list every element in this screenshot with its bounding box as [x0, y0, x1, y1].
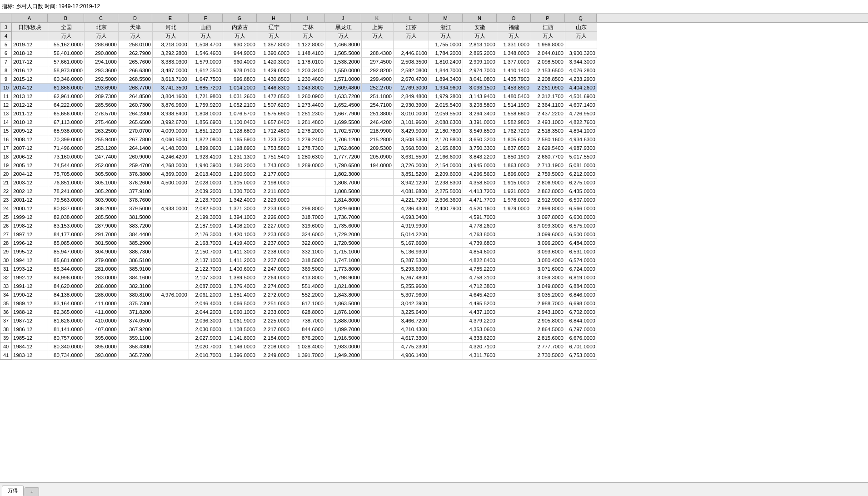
cell-27-col16[interactable]: 6,500.0000 [565, 230, 597, 239]
cell-17-col13[interactable]: 3,750.3300 [463, 144, 497, 153]
cell-5-col13[interactable]: 2,813.1000 [463, 40, 497, 49]
cell-32-col15[interactable]: 3,059.3000 [531, 273, 565, 282]
table-row[interactable]: 132011-1265,656.0000278.5700264.23003,93… [0, 109, 597, 118]
cell-38-col1[interactable]: 81,141.0000 [48, 325, 85, 334]
cell-18-col4[interactable]: 4,246.4200 [153, 153, 189, 161]
cell-13-col6[interactable]: 1,076.5700 [223, 109, 257, 118]
cell-40-col5[interactable]: 2,020.7000 [189, 342, 223, 351]
cell-14-col4[interactable]: 3,992.6700 [153, 118, 189, 127]
table-row[interactable]: 411983-1280,734.0000393.0000365.72002,01… [0, 351, 597, 360]
cell-7-col0[interactable]: 2017-12 [12, 58, 48, 66]
cell-18-col0[interactable]: 2006-12 [12, 153, 48, 161]
cell-17-col6[interactable]: 1,198.8900 [223, 144, 257, 153]
cell-20-col8[interactable] [291, 170, 325, 179]
cell-24-col16[interactable]: 6,566.0000 [565, 204, 597, 213]
cell-41-col11[interactable]: 4,906.1400 [394, 351, 429, 360]
cell-5-col3[interactable]: 258.0100 [119, 40, 153, 49]
cell-25-col15[interactable]: 3,097.8000 [531, 213, 565, 222]
cell-21-col11[interactable]: 3,942.1200 [394, 179, 429, 187]
cell-29-col5[interactable]: 2,150.7000 [189, 248, 223, 256]
cell-40-col9[interactable]: 1,933.0000 [325, 342, 362, 351]
cell-23-col10[interactable] [362, 196, 394, 204]
col-letter-N[interactable]: N [463, 14, 497, 22]
cell-6-col8[interactable]: 1,148.4100 [291, 49, 325, 58]
cell-24-col14[interactable]: 1,979.0000 [497, 204, 531, 213]
cell-15-col13[interactable]: 3,549.8500 [463, 127, 497, 135]
cell-38-col14[interactable] [497, 325, 531, 334]
cell-27-col8[interactable]: 324.6000 [291, 230, 325, 239]
col-letter-K[interactable]: K [361, 14, 393, 22]
cell-35-col10[interactable] [362, 299, 394, 308]
cell-21-col6[interactable]: 1,315.0000 [223, 179, 257, 187]
cell-12-col8[interactable]: 1,273.4400 [291, 101, 325, 109]
cell-32-col10[interactable] [362, 273, 394, 282]
cell-10-col5[interactable]: 1,685.7200 [189, 84, 223, 92]
cell-5-col15[interactable]: 1,986.8000 [531, 40, 565, 49]
cell-41-col4[interactable] [153, 351, 189, 360]
table-row[interactable]: 92015-1260,346.0000292.5000268.55003,613… [0, 75, 597, 84]
table-row[interactable]: 291995-1285,947.0000304.9000386.73002,15… [0, 248, 597, 256]
cell-11-col6[interactable]: 1,031.2600 [223, 92, 257, 101]
cell-25-col7[interactable]: 2,226.0000 [257, 213, 291, 222]
cell-29-col0[interactable]: 1995-12 [12, 248, 48, 256]
cell-39-col8[interactable]: 876.2000 [291, 334, 325, 342]
cell-36-col11[interactable]: 3,225.6400 [394, 308, 429, 317]
cell-19-col10[interactable]: 194.0000 [362, 161, 394, 170]
cell-15-col12[interactable]: 2,180.7800 [429, 127, 463, 135]
cell-32-col14[interactable] [497, 273, 531, 282]
cell-31-col2[interactable]: 281.0000 [85, 265, 119, 273]
cell-6-col11[interactable]: 2,446.6100 [394, 49, 429, 58]
cell-28-col0[interactable]: 1996-12 [12, 239, 48, 248]
cell-12-col5[interactable]: 1,759.9200 [189, 101, 223, 109]
cell-8-col9[interactable]: 1,550.0000 [325, 66, 362, 75]
cell-14-col14[interactable]: 1,582.9800 [497, 118, 531, 127]
table-row[interactable]: 162008-1270,399.0000255.9400267.78004,06… [0, 135, 597, 144]
table-row[interactable]: 371987-1281,626.0000410.0000374.05002,03… [0, 317, 597, 325]
cell-8-col11[interactable]: 2,582.0800 [394, 66, 429, 75]
cell-29-col16[interactable]: 6,531.0000 [565, 248, 597, 256]
col-letter-P[interactable]: P [531, 14, 565, 22]
cell-5-col7[interactable]: 1,387.8000 [257, 40, 291, 49]
cell-11-col7[interactable]: 1,472.8500 [257, 92, 291, 101]
cell-29-col9[interactable]: 1,715.1000 [325, 248, 362, 256]
cell-38-col8[interactable]: 844.6000 [291, 325, 325, 334]
cell-5-col0[interactable]: 2019-12 [12, 40, 48, 49]
cell-24-col2[interactable]: 306.2000 [85, 204, 119, 213]
cell-7-col8[interactable]: 1,178.0100 [291, 58, 325, 66]
cell-22-col7[interactable]: 2,211.0000 [257, 187, 291, 196]
table-row[interactable]: 142010-1267,113.0000275.4600265.65003,99… [0, 118, 597, 127]
cell-30-col0[interactable]: 1994-12 [12, 256, 48, 265]
cell-19-col6[interactable]: 1,260.2000 [223, 161, 257, 170]
cell-11-col8[interactable]: 1,260.0900 [291, 92, 325, 101]
cell-39-col15[interactable]: 2,815.6000 [531, 334, 565, 342]
cell-33-col12[interactable] [429, 282, 463, 291]
sheet-tab-万得[interactable]: 万得 [2, 486, 24, 496]
cell-13-col10[interactable]: 251.3800 [362, 109, 394, 118]
cell-33-col9[interactable]: 1,821.8000 [325, 282, 362, 291]
table-row[interactable]: 52019-1255,162.0000288.6000258.01003,218… [0, 40, 597, 49]
cell-14-col15[interactable]: 2,493.1000 [531, 118, 565, 127]
table-row[interactable]: 62018-1256,401.0000290.8000262.79003,292… [0, 49, 597, 58]
cell-38-col15[interactable]: 2,864.5000 [531, 325, 565, 334]
cell-26-col3[interactable]: 383.7200 [119, 222, 153, 230]
table-row[interactable]: 341990-1284,138.0000288.0000380.81004,97… [0, 291, 597, 299]
cell-24-col5[interactable]: 2,082.5000 [189, 204, 223, 213]
cell-37-col11[interactable]: 3,466.7200 [394, 317, 429, 325]
cell-35-col8[interactable]: 617.1000 [291, 299, 325, 308]
cell-11-col14[interactable]: 1,480.5400 [497, 92, 531, 101]
cell-7-col14[interactable]: 1,377.0000 [497, 58, 531, 66]
cell-21-col9[interactable]: 1,808.7000 [325, 179, 362, 187]
cell-7-col2[interactable]: 294.1000 [85, 58, 119, 66]
cell-23-col2[interactable]: 303.9000 [85, 196, 119, 204]
cell-23-col4[interactable] [153, 196, 189, 204]
cell-16-col9[interactable]: 1,706.1200 [325, 135, 362, 144]
cell-37-col14[interactable] [497, 317, 531, 325]
cell-20-col16[interactable]: 6,212.0000 [565, 170, 597, 179]
cell-27-col12[interactable] [429, 230, 463, 239]
cell-26-col4[interactable] [153, 222, 189, 230]
cell-13-col4[interactable]: 3,938.8400 [153, 109, 189, 118]
cell-9-col3[interactable]: 268.5500 [119, 75, 153, 84]
cell-23-col3[interactable]: 378.7600 [119, 196, 153, 204]
cell-35-col13[interactable]: 4,495.5200 [463, 299, 497, 308]
cell-23-col0[interactable]: 2001-12 [12, 196, 48, 204]
